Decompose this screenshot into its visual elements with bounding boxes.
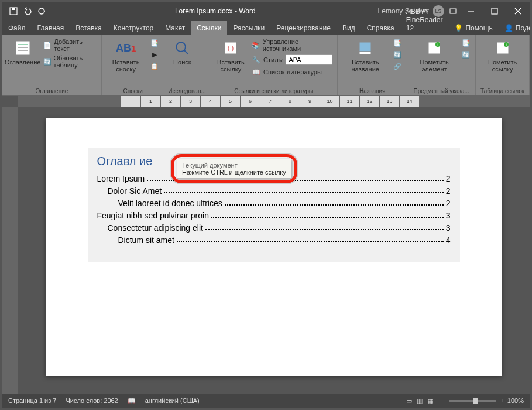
maximize-button[interactable]	[483, 2, 506, 20]
tab-layout[interactable]: Макет	[159, 21, 191, 35]
toc-entry-page: 4	[446, 235, 451, 245]
print-layout-icon[interactable]: ▥	[417, 397, 423, 405]
tab-view[interactable]: Вид	[337, 21, 361, 35]
toc-entry-text: Dictum sit amet	[118, 235, 174, 245]
toc-entry-text: Dolor Sic Amet	[108, 186, 162, 196]
bibliography-button[interactable]: 📖Список литературы	[250, 67, 334, 77]
zoom-in-icon[interactable]: +	[500, 397, 503, 404]
endnote-button[interactable]: 📑	[149, 37, 160, 48]
ribbon-tabs: Файл Главная Вставка Конструктор Макет С…	[2, 20, 530, 35]
toc-entry[interactable]: Velit laoreet id donec ultrices2	[97, 199, 451, 208]
svg-point-12	[176, 42, 186, 52]
tab-insert[interactable]: Вставка	[70, 21, 108, 35]
tab-abbyy[interactable]: ABBYY FineReader 12	[400, 5, 449, 35]
vertical-ruler[interactable]	[2, 107, 18, 394]
document-scroll[interactable]: Оглавл ие Lorem Ipsum2Dolor Sic Amet2Vel…	[18, 107, 530, 394]
svg-rect-5	[492, 8, 497, 14]
annotation-highlight	[171, 154, 297, 183]
ribbon-group-citations: (-) Вставить ссылку 📚Управление источник…	[210, 35, 338, 95]
statusbar: Страница 1 из 7 Число слов: 2062 📖 англи…	[2, 394, 530, 408]
toc-entry[interactable]: Dictum sit amet4	[97, 235, 451, 245]
zoom-out-icon[interactable]: −	[442, 397, 446, 404]
view-buttons: ▭ ▥ ▦	[406, 397, 433, 405]
hyperlink-tooltip: Текущий документ Нажмите CTRL и щелкните…	[177, 159, 291, 179]
zoom-value[interactable]: 100%	[507, 397, 524, 404]
horizontal-ruler[interactable]: 1234567891011121314	[18, 96, 530, 107]
help-button[interactable]: 💡Помощь	[448, 21, 498, 35]
svg-text:+: +	[504, 42, 507, 47]
search-button[interactable]: Поиск	[168, 37, 196, 67]
svg-text:(-): (-)	[228, 45, 234, 52]
toc-button[interactable]: Оглавление	[6, 37, 40, 67]
ribbon-group-index: + Пометить элемент 📑 🔄 Предметный указа.…	[407, 35, 476, 95]
mark-entry-button[interactable]: + Пометить элемент	[411, 37, 458, 74]
language-status[interactable]: английский (США)	[145, 397, 200, 404]
toc-icon	[13, 39, 32, 57]
tab-references[interactable]: Ссылки	[191, 21, 227, 35]
toc-entry-text: Velit laoreet id donec ultrices	[118, 199, 222, 208]
ribbon-group-captions: Вставить название 📑 🔄 🔗 Названия	[338, 35, 407, 95]
tab-file[interactable]: Файл	[2, 21, 32, 35]
toc-entry-text: Lorem Ipsum	[97, 174, 145, 183]
tab-design[interactable]: Конструктор	[108, 21, 159, 35]
tab-home[interactable]: Главная	[32, 21, 70, 35]
mark-citation-button[interactable]: + Пометить ссылку	[479, 37, 526, 74]
next-footnote-icon: ▶	[150, 50, 159, 59]
cross-ref-button[interactable]: 🔗	[392, 61, 403, 71]
mark-entry-icon: +	[425, 39, 444, 57]
insert-footnote-button[interactable]: AB1 Вставить сноску	[105, 37, 147, 74]
sources-icon: 📚	[252, 40, 260, 50]
toc-entry-page: 2	[446, 186, 451, 196]
tab-review[interactable]: Рецензирование	[270, 21, 337, 35]
svg-text:+: +	[437, 42, 440, 47]
undo-icon[interactable]	[23, 7, 32, 15]
update-figures-button[interactable]: 🔄	[392, 49, 403, 60]
svg-line-13	[184, 50, 188, 54]
mark-citation-icon: +	[493, 39, 512, 57]
manage-sources-button[interactable]: 📚Управление источниками	[250, 37, 334, 53]
tab-help[interactable]: Справка	[361, 21, 400, 35]
insert-citation-button[interactable]: (-) Вставить ссылку	[214, 37, 248, 74]
insert-caption-button[interactable]: Вставить название	[341, 37, 389, 74]
style-input[interactable]	[286, 54, 332, 65]
minimize-button[interactable]	[459, 2, 483, 20]
toc-entry[interactable]: Feugiat nibh sed pulvinar proin3	[97, 211, 451, 220]
figures-table-button[interactable]: 📑	[392, 37, 403, 48]
window-title: Lorem Ipsum.docx - Word	[53, 7, 378, 15]
titlebar: Lorem Ipsum.docx - Word Lemony Snicket L…	[2, 2, 530, 20]
lightbulb-icon: 💡	[454, 24, 463, 32]
next-footnote-button[interactable]: ▶	[149, 49, 160, 60]
show-notes-button[interactable]: 📋	[149, 61, 160, 71]
page-count[interactable]: Страница 1 из 7	[8, 397, 56, 404]
tab-mailings[interactable]: Рассылки	[227, 21, 270, 35]
window-controls	[459, 2, 530, 20]
search-icon	[173, 39, 191, 57]
close-button[interactable]	[506, 2, 530, 20]
zoom-control[interactable]: − + 100%	[442, 397, 524, 404]
web-layout-icon[interactable]: ▦	[427, 397, 433, 405]
redo-icon[interactable]	[37, 7, 46, 15]
add-text-button[interactable]: 📄Добавить текст	[42, 37, 98, 53]
svg-rect-17	[359, 52, 371, 54]
svg-rect-3	[450, 9, 456, 13]
ribbon-group-footnotes: AB1 Вставить сноску 📑 ▶ 📋 Сноски	[102, 35, 165, 95]
update-table-button[interactable]: 🔄Обновить таблицу	[42, 54, 98, 69]
citation-style-select[interactable]: 🔧 Стиль:	[250, 54, 334, 66]
toc-entry-page: 2	[446, 199, 451, 208]
save-icon[interactable]	[9, 7, 18, 15]
toc-entry[interactable]: Dolor Sic Amet2	[97, 186, 451, 196]
endnote-icon: 📑	[150, 38, 159, 47]
svg-rect-16	[359, 42, 371, 52]
ribbon-options-icon[interactable]	[449, 7, 457, 15]
spell-check-icon[interactable]: 📖	[128, 397, 136, 405]
word-count[interactable]: Число слов: 2062	[66, 397, 118, 404]
update-index-button[interactable]: 🔄	[460, 49, 472, 60]
svg-rect-8	[16, 41, 30, 55]
insert-index-button[interactable]: 📑	[460, 37, 472, 48]
document-area: Оглавл ие Lorem Ipsum2Dolor Sic Amet2Vel…	[2, 107, 530, 394]
zoom-slider[interactable]	[449, 400, 496, 402]
toc-entry[interactable]: Consectetur adipiscing elit3	[97, 223, 451, 233]
svg-rect-1	[12, 8, 15, 10]
read-mode-icon[interactable]: ▭	[406, 397, 412, 405]
share-button[interactable]: 👤Поделиться	[499, 21, 532, 35]
